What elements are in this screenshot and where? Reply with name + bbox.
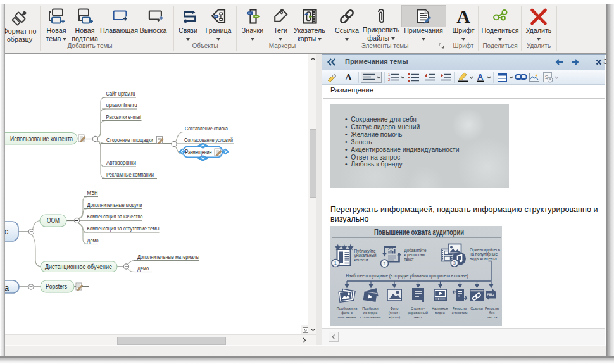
svg-text:Подборки: Подборки [362,306,378,310]
svg-text:Дополнительные модули: Дополнительные модули [87,201,142,208]
svg-text:Рассылки e-mail: Рассылки e-mail [106,113,142,120]
svg-text:A: A [345,72,352,82]
svg-text:Дополнительные материалы: Дополнительные материалы [137,253,199,260]
svg-text:upravonline.ru: upravonline.ru [106,101,137,108]
svg-text:1: 1 [388,73,391,77]
svg-text:2: 2 [383,261,385,267]
svg-text:Размещение: Размещение [185,149,212,156]
svg-text:видео: видео [435,311,445,315]
svg-text:рированный: рированный [408,311,428,315]
svg-text:из видео: из видео [363,311,378,315]
svg-text:(текст+: (текст+ [389,311,401,315]
svg-text:A: A [477,72,484,82]
svg-text:контент: контент [354,258,369,262]
svg-text:Ссылки: Ссылки [470,306,483,310]
svg-text:фото с: фото с [341,311,353,315]
svg-text:с: с [5,227,9,236]
svg-text:Компенсация за качество: Компенсация за качество [87,213,143,220]
svg-text:3: 3 [453,260,456,266]
svg-text:Составление списка: Составление списка [185,125,229,132]
svg-text:Повышение охвата аудитории: Повышение охвата аудитории [374,228,464,237]
svg-text:Сайт uprav.ru: Сайт uprav.ru [106,90,135,97]
svg-text:Рекламные компании: Рекламные компании [106,171,154,178]
svg-text:ка: ка [5,283,9,292]
svg-text:Сторонние площадки: Сторонние площадки [106,136,153,143]
svg-text:2: 2 [388,78,391,82]
svg-text:Компенсация за отсутствие темы: Компенсация за отсутствие темы [87,225,160,232]
svg-text:Наиболее популярные (в порядке: Наиболее популярные (в порядке убывания … [346,273,468,279]
svg-text:Автоворонки: Автоворонки [106,159,136,166]
svg-text:текст: текст [404,257,414,261]
svg-text:без: без [489,311,495,315]
svg-text:Дистанционное обучение: Дистанционное обучение [45,263,112,270]
svg-text:+фото): +фото) [389,315,400,319]
svg-text:с текстом: с текстом [452,311,468,315]
svg-text:текста: текста [487,315,498,319]
svg-text:Использование контента: Использование контента [10,135,73,142]
svg-text:OOM: OOM [47,217,60,224]
svg-text:Репосты: Репосты [453,306,467,310]
svg-text:Репосты: Репосты [485,306,499,310]
svg-text:Фото: Фото [391,306,399,310]
svg-text:описанием: описанием [338,315,356,319]
svg-text:1: 1 [334,260,337,266]
svg-text:Наливное: Наливное [432,306,448,310]
svg-text:Popsters: Popsters [46,283,67,290]
svg-text:Демо: Демо [87,237,99,244]
svg-text:виды контента: виды контента [470,256,497,261]
svg-text:с описанием: с описанием [360,315,381,319]
svg-text:Демо: Демо [137,265,149,272]
svg-text:текст: текст [413,315,422,319]
svg-text:Подборки из: Подборки из [337,306,358,310]
svg-text:Структу-: Структу- [411,306,425,310]
svg-text:МЭН: МЭН [87,189,98,196]
svg-text:Согласование условий: Согласование условий [184,136,233,143]
